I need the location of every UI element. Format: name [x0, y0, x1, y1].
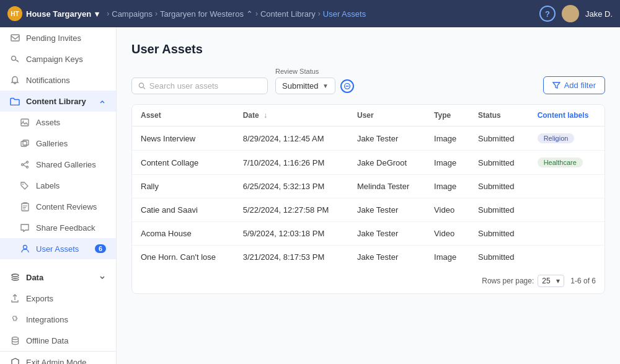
- envelope-icon: [10, 33, 20, 43]
- sidebar-label-integrations: Integrations: [26, 315, 68, 324]
- filter-icon: [552, 81, 560, 89]
- stack-icon: [10, 272, 20, 282]
- sidebar-item-notifications[interactable]: Notifications: [0, 69, 116, 91]
- sidebar-item-share-feedback[interactable]: Share Feedback: [0, 217, 116, 238]
- tag-icon: [20, 180, 30, 190]
- svg-point-13: [23, 246, 27, 249]
- breadcrumb-sep-2: ›: [155, 9, 157, 18]
- status-filter-group: Review Status Submitted Pending Approved…: [275, 68, 354, 94]
- cell-asset: Rally: [132, 175, 234, 198]
- cell-type: Image: [425, 246, 469, 269]
- cell-date: 7/10/2024, 1:16:26 PM: [234, 151, 348, 175]
- table-row[interactable]: Content Collage 7/10/2024, 1:16:26 PM Ja…: [132, 151, 604, 175]
- sidebar-item-user-assets[interactable]: User Assets 6: [0, 238, 116, 259]
- layout: Pending Invites Campaign Keys Notificati…: [0, 27, 620, 364]
- status-select-wrap[interactable]: Submitted Pending Approved Rejected ▼: [275, 78, 335, 94]
- top-nav: HT House Targaryen ▾ › Campaigns › Targa…: [0, 0, 620, 27]
- sidebar-item-exit-admin[interactable]: Exit Admin Mode: [0, 352, 116, 364]
- cell-user: Jake Tester: [348, 222, 425, 246]
- campaign-chevron: ⌃: [246, 9, 253, 19]
- svg-point-14: [12, 274, 19, 277]
- brand-selector[interactable]: HT House Targaryen ▾: [7, 6, 99, 21]
- breadcrumb-campaign[interactable]: Targaryen for Westeros ⌃: [160, 9, 253, 19]
- table-row[interactable]: Catie and Saavi 5/22/2024, 12:27:58 PM J…: [132, 198, 604, 222]
- sidebar-label-data: Data: [26, 273, 43, 282]
- cell-type: Video: [425, 222, 469, 246]
- svg-point-10: [22, 164, 24, 166]
- search-input[interactable]: [149, 81, 261, 91]
- bell-icon: [10, 75, 20, 85]
- cell-label: [529, 246, 604, 269]
- sidebar-item-offline-data[interactable]: Offline Data: [0, 330, 116, 351]
- svg-point-9: [27, 166, 29, 168]
- sidebar-label-shared-galleries: Shared Galleries: [36, 160, 96, 169]
- sidebar-label-offline-data: Offline Data: [26, 336, 68, 345]
- sidebar-label-galleries: Galleries: [36, 139, 68, 148]
- puzzle-icon: [10, 314, 20, 324]
- rows-per-page-label: Rows per page:: [482, 277, 534, 285]
- search-box[interactable]: [131, 78, 268, 94]
- image-icon: [20, 117, 30, 127]
- sidebar-label-content-reviews: Content Reviews: [36, 202, 97, 211]
- cell-label: Religion: [529, 127, 604, 151]
- export-icon: [10, 293, 20, 303]
- brand-avatar: HT: [7, 6, 22, 21]
- cell-status: Submitted: [469, 151, 529, 175]
- add-filter-label: Add filter: [564, 81, 596, 90]
- cell-type: Image: [425, 175, 469, 198]
- sidebar-item-data[interactable]: Data: [0, 267, 116, 288]
- data-chevron: [99, 273, 106, 282]
- chat-icon: [20, 223, 30, 233]
- sidebar-label-exit-admin: Exit Admin Mode: [26, 358, 87, 365]
- sidebar-label-user-assets: User Assets: [36, 244, 79, 254]
- sidebar-item-pending-invites[interactable]: Pending Invites: [0, 27, 116, 48]
- status-select[interactable]: Submitted Pending Approved Rejected: [282, 81, 319, 91]
- cell-asset: Acoma House: [132, 222, 234, 246]
- rows-select-wrap[interactable]: 25 50 100 ▾: [538, 275, 564, 287]
- rows-per-page-select[interactable]: 25 50 100: [542, 277, 555, 285]
- svg-point-11: [22, 184, 24, 185]
- cell-user: Melinda Tester: [348, 175, 425, 198]
- breadcrumb-campaigns[interactable]: Campaigns: [112, 9, 153, 19]
- breadcrumb-content-library[interactable]: Content Library: [260, 9, 316, 19]
- col-asset: Asset: [132, 105, 234, 127]
- pagination-row: Rows per page: 25 50 100 ▾ 1-6 of 6: [132, 269, 604, 293]
- top-nav-right: ? Jake D.: [539, 5, 613, 22]
- table-header-row: Asset Date ↓ User Type Status Content la…: [132, 105, 604, 127]
- share-icon: [20, 159, 30, 169]
- sidebar-label-assets: Assets: [36, 118, 60, 127]
- sidebar-item-assets[interactable]: Assets: [0, 112, 116, 133]
- table-row[interactable]: News Interview 8/29/2024, 1:12:45 AM Jak…: [132, 127, 604, 151]
- sidebar-label-labels: Labels: [36, 181, 60, 190]
- cell-status: Submitted: [469, 127, 529, 151]
- cell-label: [529, 222, 604, 246]
- sidebar-item-shared-galleries[interactable]: Shared Galleries: [0, 154, 116, 175]
- svg-point-16: [139, 83, 143, 87]
- col-date[interactable]: Date ↓: [234, 105, 348, 127]
- help-button[interactable]: ?: [539, 6, 556, 22]
- sidebar-item-campaign-keys[interactable]: Campaign Keys: [0, 48, 116, 69]
- sidebar-label-share-feedback: Share Feedback: [36, 223, 95, 233]
- cell-asset: News Interview: [132, 127, 234, 151]
- sidebar-item-content-reviews[interactable]: Content Reviews: [0, 196, 116, 217]
- page-title: User Assets: [131, 42, 605, 56]
- sidebar-item-galleries[interactable]: Galleries: [0, 133, 116, 154]
- search-filter-group: [131, 78, 268, 94]
- table-row[interactable]: Acoma House 5/9/2024, 12:03:18 PM Jake T…: [132, 222, 604, 246]
- table-row[interactable]: One Horn. Can't lose 3/21/2024, 8:17:53 …: [132, 246, 604, 269]
- cell-status: Submitted: [469, 246, 529, 269]
- pagination-range: 1-6 of 6: [570, 277, 596, 285]
- sidebar-item-exports[interactable]: Exports: [0, 288, 116, 309]
- sidebar-item-integrations[interactable]: Integrations: [0, 309, 116, 330]
- sidebar-item-labels[interactable]: Labels: [0, 175, 116, 196]
- rows-per-page: Rows per page: 25 50 100 ▾: [482, 275, 564, 287]
- sidebar-item-content-library[interactable]: Content Library: [0, 91, 116, 112]
- brand-chevron: ▾: [95, 9, 99, 19]
- table-row[interactable]: Rally 6/25/2024, 5:32:13 PM Melinda Test…: [132, 175, 604, 198]
- clear-filter-button[interactable]: [340, 79, 354, 93]
- col-user: User: [348, 105, 425, 127]
- content-label-tag: Religion: [538, 133, 575, 143]
- cell-user: Jake Tester: [348, 246, 425, 269]
- data-table: Asset Date ↓ User Type Status Content la…: [131, 104, 605, 294]
- add-filter-button[interactable]: Add filter: [543, 76, 605, 94]
